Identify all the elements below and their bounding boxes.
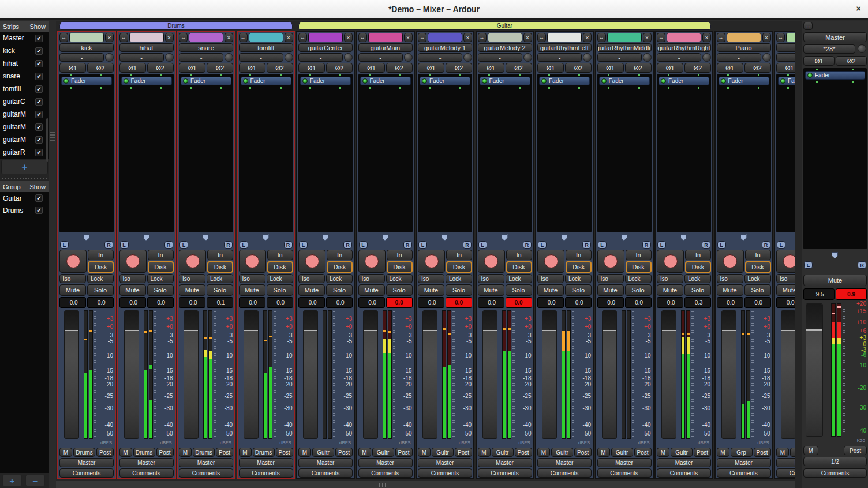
sidebar-strip-row[interactable]: guitarM✔ — [0, 133, 49, 146]
group-button[interactable]: Drums — [73, 448, 95, 457]
processor-box[interactable]: Fader — [717, 74, 771, 232]
pan-right-chip[interactable]: R — [582, 241, 591, 249]
strip-visible-checkbox[interactable]: ✔ — [35, 123, 43, 131]
gain-display[interactable]: -0.0 — [537, 297, 564, 308]
metering-point-button[interactable]: Post — [96, 448, 114, 457]
master-fader-processor[interactable]: Fader — [805, 71, 865, 80]
comments-button[interactable]: Comments — [597, 468, 652, 478]
mono-button[interactable]: M — [239, 448, 252, 457]
record-enable-button[interactable] — [717, 250, 744, 273]
comments-button[interactable]: Comments — [59, 468, 114, 478]
fader-handle[interactable] — [184, 311, 198, 331]
fader-handle[interactable] — [364, 311, 377, 331]
fader-handle[interactable] — [483, 311, 497, 331]
solo-button[interactable]: Solo — [386, 284, 413, 296]
output-button[interactable]: Master — [298, 458, 353, 467]
strip-name-button[interactable]: Piano — [717, 43, 771, 52]
pan-right-chip[interactable]: R — [858, 261, 866, 269]
comments-button[interactable]: Comments — [119, 468, 174, 478]
record-enable-button[interactable] — [776, 250, 795, 273]
strip-hide-icon[interactable]: × — [285, 33, 293, 42]
peak-display[interactable]: -0.0 — [87, 297, 114, 308]
pan-left-chip[interactable]: L — [598, 241, 607, 249]
solo-button[interactable]: Solo — [446, 284, 472, 296]
metering-point-button[interactable]: Post — [455, 448, 472, 457]
trim-knob[interactable] — [285, 53, 293, 62]
solo-lock-button[interactable]: Lock — [386, 274, 413, 283]
fader-handle[interactable] — [722, 311, 736, 331]
pan-widget[interactable]: LR — [478, 234, 532, 249]
strip-color-chip[interactable] — [308, 33, 343, 42]
pan-left-chip[interactable]: L — [299, 241, 308, 249]
master-peak-display[interactable]: 0.9 — [836, 288, 867, 300]
mono-button[interactable]: M — [717, 448, 729, 457]
gain-display[interactable]: -0.0 — [179, 297, 205, 308]
pan-right-chip[interactable]: R — [284, 241, 293, 249]
solo-isolate-button[interactable]: Iso — [717, 274, 743, 283]
strip-visible-checkbox[interactable]: ✔ — [35, 149, 43, 156]
monitor-input-button[interactable]: In — [446, 250, 472, 260]
channel-fader[interactable] — [781, 310, 795, 439]
gain-display[interactable]: -0.0 — [239, 297, 265, 308]
fader-processor[interactable]: Fader — [719, 77, 769, 85]
sidebar-strip-row[interactable]: hihat✔ — [0, 57, 49, 70]
group-button[interactable]: Drums — [193, 448, 215, 457]
pan-widget[interactable]: LR — [179, 234, 233, 249]
pan-handle[interactable] — [740, 234, 747, 241]
record-enable-button[interactable] — [657, 250, 684, 273]
peak-display[interactable]: 0.0 — [446, 297, 472, 308]
input-trim-button[interactable]: - — [657, 53, 701, 62]
solo-isolate-button[interactable]: Iso — [239, 274, 265, 283]
pan-handle[interactable] — [263, 234, 269, 241]
solo-button[interactable]: Solo — [207, 284, 233, 296]
processor-box[interactable]: Fader — [478, 74, 532, 232]
record-enable-button[interactable] — [597, 250, 624, 273]
output-button[interactable]: Master — [537, 458, 592, 467]
strip-width-icon[interactable]: ↔ — [119, 33, 128, 42]
phase-2-button[interactable]: Ø2 — [326, 63, 353, 73]
gain-display[interactable]: -0.0 — [119, 297, 146, 308]
pan-left-chip[interactable]: L — [240, 241, 248, 249]
strip-visible-checkbox[interactable]: ✔ — [35, 47, 43, 55]
fader-processor[interactable]: Fader — [121, 77, 172, 85]
input-trim-button[interactable]: - — [537, 53, 582, 62]
processor-active-led-icon[interactable] — [124, 78, 129, 84]
horizontal-scrollbar[interactable] — [56, 481, 795, 488]
output-button[interactable]: Master — [239, 458, 293, 467]
solo-lock-button[interactable]: Lock — [207, 274, 233, 283]
channel-fader[interactable] — [303, 310, 318, 439]
group-tab-drums[interactable]: Drums — [59, 21, 293, 30]
record-enable-button[interactable] — [418, 250, 445, 273]
monitor-disk-button[interactable]: Disk — [626, 261, 652, 273]
pan-widget[interactable]: LR — [657, 234, 711, 249]
record-enable-button[interactable] — [478, 250, 505, 273]
pan-widget[interactable]: LR — [358, 234, 413, 249]
fader-handle[interactable] — [662, 311, 676, 331]
strip-width-icon[interactable]: ↔ — [298, 33, 307, 42]
pan-left-chip[interactable]: L — [179, 241, 188, 249]
fader-processor[interactable]: Fader — [420, 77, 470, 85]
peak-display[interactable]: 0.0 — [506, 297, 532, 308]
strip-hide-icon[interactable]: × — [762, 33, 771, 42]
master-name-button[interactable]: Master — [803, 32, 867, 42]
mute-button[interactable]: Mute — [537, 284, 564, 296]
monitor-disk-button[interactable]: Disk — [566, 261, 592, 273]
pan-left-chip[interactable]: L — [657, 241, 666, 249]
master-mono-button[interactable]: M — [803, 446, 818, 455]
master-pan-widget[interactable]: L R — [803, 251, 867, 269]
sidebar-strip-row[interactable]: guitarC✔ — [0, 95, 49, 108]
peak-display[interactable]: -0.3 — [684, 297, 711, 308]
output-button[interactable]: Master — [776, 458, 795, 467]
input-trim-button[interactable]: - — [717, 53, 761, 62]
gain-display[interactable]: -0.0 — [358, 297, 385, 308]
strip-color-chip[interactable] — [69, 33, 104, 42]
pan-handle[interactable] — [680, 234, 687, 241]
pane-divider[interactable] — [49, 21, 56, 488]
phase-1-button[interactable]: Ø1 — [298, 63, 325, 73]
fader-handle[interactable] — [781, 311, 795, 331]
mono-button[interactable]: M — [418, 448, 431, 457]
mute-button[interactable]: Mute — [657, 284, 683, 296]
channel-fader[interactable] — [602, 310, 617, 439]
pan-handle[interactable] — [832, 252, 838, 258]
strip-color-chip[interactable] — [727, 33, 761, 42]
